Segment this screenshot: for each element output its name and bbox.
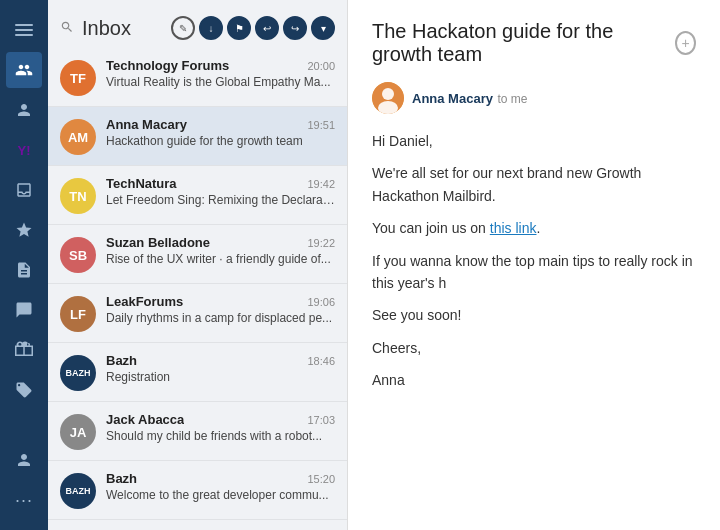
avatar: LF — [60, 296, 96, 332]
email-subject: Registration — [106, 370, 335, 384]
svg-point-1 — [382, 88, 394, 100]
star-icon[interactable] — [6, 212, 42, 248]
chat-icon[interactable] — [6, 292, 42, 328]
body-signature: Anna — [372, 369, 696, 391]
email-content: Bazh 18:46 Registration — [106, 353, 335, 384]
body-cheers: Cheers, — [372, 337, 696, 359]
main-content: Inbox ✎ ↓ ⚑ ↩ ↪ ▾ TF Technology Forums 2… — [48, 0, 720, 530]
email-list-item[interactable]: TN TechNatura 19:42 Let Freedom Sing: Re… — [48, 166, 347, 225]
email-top-row: TechNatura 19:42 — [106, 176, 335, 191]
email-subject: Welcome to the great developer commu... — [106, 488, 335, 502]
email-time: 20:00 — [307, 60, 335, 72]
person-icon[interactable] — [6, 92, 42, 128]
email-list-item[interactable]: AM Anna Macary 19:51 Hackathon guide for… — [48, 107, 347, 166]
inbox-icon[interactable] — [6, 172, 42, 208]
flag-action-btn[interactable]: ⚑ — [227, 16, 251, 40]
more-bottom-icon[interactable]: ··· — [6, 482, 42, 518]
avatar: SB — [60, 237, 96, 273]
avatar: TN — [60, 178, 96, 214]
email-list-item[interactable]: BAZH Bazh 18:46 Registration — [48, 343, 347, 402]
email-time: 19:22 — [307, 237, 335, 249]
detail-add-button[interactable]: + — [675, 31, 696, 55]
nav-bar: Y! — [0, 0, 48, 530]
email-list-item[interactable]: SB Suzan Belladone 19:22 Rise of the UX … — [48, 225, 347, 284]
email-list-item[interactable]: LF LeakForums 19:06 Daily rhythms in a c… — [48, 284, 347, 343]
detail-header: The Hackaton guide for the growth team + — [372, 20, 696, 66]
avatar: AM — [60, 119, 96, 155]
email-list-item[interactable]: JA Jack Abacca 17:03 Should my child be … — [48, 402, 347, 461]
email-content: TechNatura 19:42 Let Freedom Sing: Remix… — [106, 176, 335, 207]
yahoo-icon[interactable]: Y! — [6, 132, 42, 168]
email-subject: Hackathon guide for the growth team — [106, 134, 335, 148]
document-icon[interactable] — [6, 252, 42, 288]
email-top-row: Suzan Belladone 19:22 — [106, 235, 335, 250]
body-line2-period: . — [536, 220, 540, 236]
email-sender: Technology Forums — [106, 58, 229, 73]
edit-action-btn[interactable]: ✎ — [171, 16, 195, 40]
body-line3: If you wanna know the top main tips to r… — [372, 250, 696, 295]
forward-action-btn[interactable]: ↪ — [283, 16, 307, 40]
sender-to: to me — [497, 92, 527, 106]
email-top-row: LeakForums 19:06 — [106, 294, 335, 309]
hamburger-icon[interactable] — [6, 12, 42, 48]
inbox-title: Inbox — [82, 17, 163, 40]
email-list-item[interactable]: TF Technology Forums 15:12 Learning in V… — [48, 520, 347, 530]
email-top-row: Bazh 15:20 — [106, 471, 335, 486]
email-subject: Rise of the UX writer · a friendly guide… — [106, 252, 335, 266]
inbox-actions: ✎ ↓ ⚑ ↩ ↪ ▾ — [171, 16, 335, 40]
body-link[interactable]: this link — [490, 220, 537, 236]
more-action-btn[interactable]: ▾ — [311, 16, 335, 40]
email-list-item[interactable]: BAZH Bazh 15:20 Welcome to the great dev… — [48, 461, 347, 520]
sender-info: Anna Macary to me — [412, 89, 527, 107]
inbox-panel: Inbox ✎ ↓ ⚑ ↩ ↪ ▾ TF Technology Forums 2… — [48, 0, 348, 530]
avatar: JA — [60, 414, 96, 450]
email-time: 17:03 — [307, 414, 335, 426]
people-icon[interactable] — [6, 52, 42, 88]
contact-bottom-icon[interactable] — [6, 442, 42, 478]
avatar: TF — [60, 60, 96, 96]
avatar: BAZH — [60, 355, 96, 391]
email-subject: Virtual Reality is the Global Empathy Ma… — [106, 75, 335, 89]
email-top-row: Technology Forums 20:00 — [106, 58, 335, 73]
body-line2-before: You can join us on — [372, 220, 490, 236]
email-time: 18:46 — [307, 355, 335, 367]
download-action-btn[interactable]: ↓ — [199, 16, 223, 40]
box-icon[interactable] — [6, 332, 42, 368]
avatar: BAZH — [60, 473, 96, 509]
detail-panel: The Hackaton guide for the growth team +… — [348, 0, 720, 530]
email-content: LeakForums 19:06 Daily rhythms in a camp… — [106, 294, 335, 325]
email-subject: Let Freedom Sing: Remixing the Declarati… — [106, 193, 335, 207]
email-subject: Should my child be friends with a robot.… — [106, 429, 335, 443]
email-top-row: Anna Macary 19:51 — [106, 117, 335, 132]
email-list-item[interactable]: TF Technology Forums 20:00 Virtual Reali… — [48, 48, 347, 107]
detail-meta: Anna Macary to me — [372, 82, 696, 114]
tag-icon[interactable] — [6, 372, 42, 408]
email-sender: TechNatura — [106, 176, 177, 191]
body-line1: We're all set for our next brand new Gro… — [372, 162, 696, 207]
body-greeting: Hi Daniel, — [372, 130, 696, 152]
search-icon — [60, 20, 74, 37]
body-line2: You can join us on this link. — [372, 217, 696, 239]
email-content: Suzan Belladone 19:22 Rise of the UX wri… — [106, 235, 335, 266]
email-sender: Bazh — [106, 353, 137, 368]
email-content: Technology Forums 20:00 Virtual Reality … — [106, 58, 335, 89]
sender-name: Anna Macary — [412, 91, 493, 106]
inbox-header: Inbox ✎ ↓ ⚑ ↩ ↪ ▾ — [48, 0, 347, 48]
email-content: Jack Abacca 17:03 Should my child be fri… — [106, 412, 335, 443]
detail-title: The Hackaton guide for the growth team — [372, 20, 675, 66]
email-time: 19:51 — [307, 119, 335, 131]
email-subject: Daily rhythms in a camp for displaced pe… — [106, 311, 335, 325]
email-content: Bazh 15:20 Welcome to the great develope… — [106, 471, 335, 502]
email-top-row: Jack Abacca 17:03 — [106, 412, 335, 427]
email-content: Anna Macary 19:51 Hackathon guide for th… — [106, 117, 335, 148]
email-time: 19:42 — [307, 178, 335, 190]
body-see-you: See you soon! — [372, 304, 696, 326]
email-sender: LeakForums — [106, 294, 183, 309]
email-time: 19:06 — [307, 296, 335, 308]
email-sender: Suzan Belladone — [106, 235, 210, 250]
email-list: TF Technology Forums 20:00 Virtual Reali… — [48, 48, 347, 530]
reply-action-btn[interactable]: ↩ — [255, 16, 279, 40]
email-sender: Jack Abacca — [106, 412, 184, 427]
email-sender: Anna Macary — [106, 117, 187, 132]
email-time: 15:20 — [307, 473, 335, 485]
